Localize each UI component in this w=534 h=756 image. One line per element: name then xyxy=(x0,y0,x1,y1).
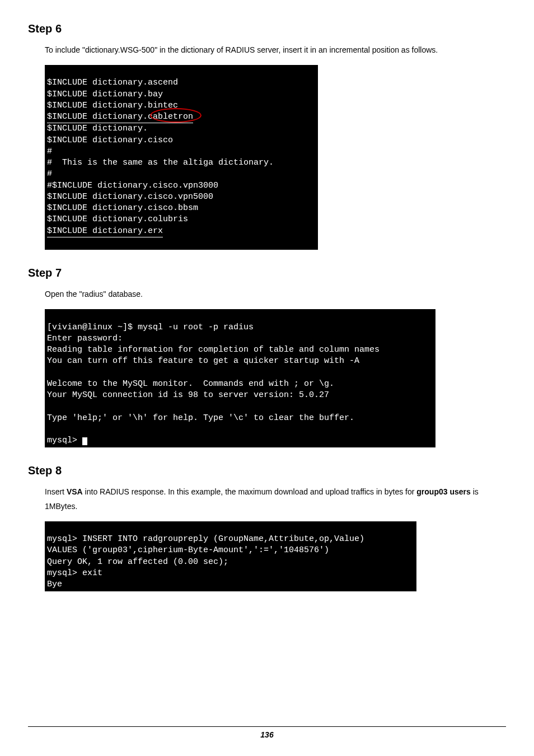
terminal-line: $INCLUDE dictionary.bay xyxy=(47,90,163,99)
terminal-line: Type 'help;' or '\h' for help. Type '\c'… xyxy=(47,413,354,423)
terminal-line: $INCLUDE dictionary.cisco.vpn5000 xyxy=(47,192,213,202)
terminal-line: Your MySQL connection id is 98 to server… xyxy=(47,390,329,400)
cursor-icon xyxy=(82,437,87,445)
text-bold: VSA xyxy=(67,487,83,496)
step7-paragraph: Open the "radius" database. xyxy=(45,287,506,301)
text-span: Insert xyxy=(45,487,67,496)
terminal-line: Welcome to the MySQL monitor. Commands e… xyxy=(47,379,334,389)
step7-heading: Step 7 xyxy=(28,267,506,279)
footer-rule xyxy=(28,726,506,727)
terminal-line: Bye xyxy=(47,580,62,589)
terminal-line: Query OK, 1 row affected (0.00 sec); xyxy=(47,557,228,567)
text-span: into RADIUS response. In this example, t… xyxy=(83,487,417,496)
terminal-line: $INCLUDE dictionary. xyxy=(47,124,148,133)
terminal-line: $INCLUDE dictionary.erx xyxy=(47,226,163,237)
page-number: 136 xyxy=(260,730,273,739)
terminal-line: # This is the same as the altiga diction… xyxy=(47,158,274,167)
terminal-line: $INCLUDE dictionary.cisco xyxy=(47,136,173,145)
step6-paragraph: To include "dictionary.WSG-500" in the d… xyxy=(45,43,506,57)
terminal-line: $INCLUDE dictionary.colubris xyxy=(47,214,188,224)
terminal-line: mysql> INSERT INTO radgroupreply (GroupN… xyxy=(47,534,364,544)
terminal-line: Enter password: xyxy=(47,334,123,343)
terminal-line: mysql> exit xyxy=(47,568,102,578)
terminal-line: $INCLUDE dictionary.ascend xyxy=(47,78,178,87)
text-bold: group03 users xyxy=(416,487,470,496)
terminal-line: [vivian@linux ~]$ mysql -u root -p radiu… xyxy=(47,323,254,332)
terminal-line: #$INCLUDE dictionary.cisco.vpn3000 xyxy=(47,181,218,190)
terminal-line: Reading table information for completion… xyxy=(47,345,380,354)
step8-terminal: mysql> INSERT INTO radgroupreply (GroupN… xyxy=(45,521,416,592)
terminal-line: $INCLUDE dictionary.bintec xyxy=(47,101,178,110)
step8-heading: Step 8 xyxy=(28,464,506,477)
terminal-line: VALUES ('group03',cipherium-Byte-Amount'… xyxy=(47,545,329,555)
terminal-line: mysql> xyxy=(47,436,82,445)
terminal-line: $INCLUDE dictionary.cisco.bbsm xyxy=(47,203,198,213)
step6-heading: Step 6 xyxy=(28,22,506,35)
terminal-line: # xyxy=(47,169,52,179)
step8-paragraph: Insert VSA into RADIUS response. In this… xyxy=(45,485,506,513)
terminal-line: $INCLUDE dictionary.cabletron xyxy=(47,111,193,123)
step7-terminal: [vivian@linux ~]$ mysql -u root -p radiu… xyxy=(45,309,435,447)
terminal-line: # xyxy=(47,147,52,156)
step6-terminal: $INCLUDE dictionary.ascend $INCLUDE dict… xyxy=(45,65,318,250)
page-footer: 136 xyxy=(28,726,506,739)
terminal-line: You can turn off this feature to get a q… xyxy=(47,356,359,366)
